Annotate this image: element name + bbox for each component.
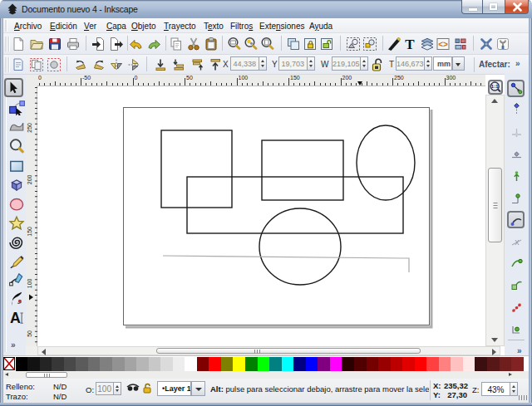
svg-text:<>: <>: [438, 40, 448, 49]
svg-text:250: 250: [27, 123, 32, 133]
svg-text:A: A: [10, 310, 21, 325]
svg-text:100: 100: [27, 278, 32, 288]
svg-text:50: 50: [27, 330, 32, 337]
svg-text:150: 150: [27, 227, 32, 237]
svg-text:200: 200: [27, 174, 32, 184]
svg-text:1:1: 1:1: [491, 84, 499, 89]
svg-text:T: T: [405, 37, 415, 51]
